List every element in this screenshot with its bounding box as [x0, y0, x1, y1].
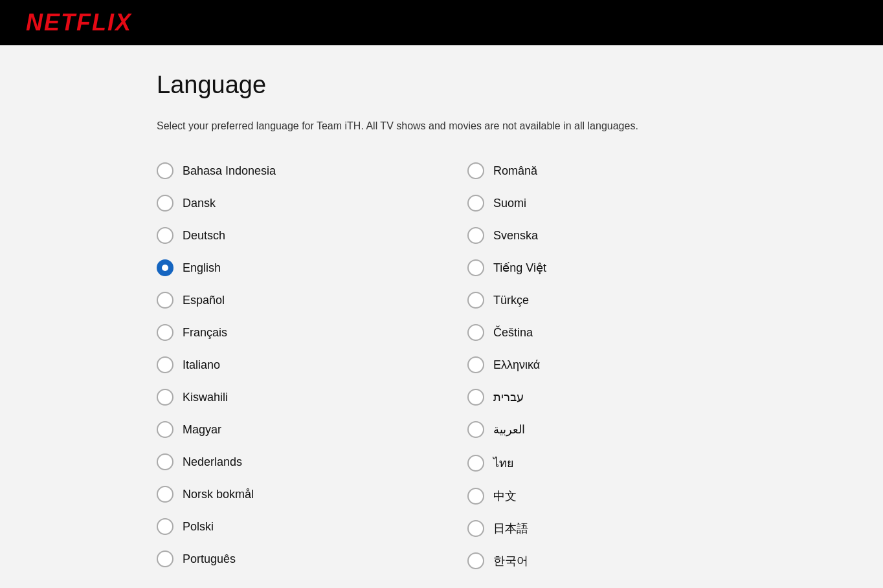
language-label-ivrit: עברית [493, 390, 524, 404]
radio-kiswahili [157, 389, 173, 406]
languages-grid: Bahasa IndonesiaDanskDeutschEnglishEspañ… [157, 155, 726, 577]
language-label-espanol: Español [183, 294, 225, 307]
radio-tieng-viet [467, 259, 484, 276]
language-label-thai: ไทย [493, 453, 514, 472]
language-label-bahasa-indonesia: Bahasa Indonesia [183, 164, 276, 178]
radio-cestina [467, 324, 484, 341]
language-option-norsk-bokmal[interactable]: Norsk bokmål [157, 478, 416, 510]
language-option-arabic[interactable]: العربية [467, 413, 726, 446]
language-option-cestina[interactable]: Čeština [467, 316, 726, 349]
language-label-norsk-bokmal: Norsk bokmål [183, 488, 254, 501]
page-title: Language [157, 71, 726, 99]
language-option-suomi[interactable]: Suomi [467, 187, 726, 219]
language-label-cestina: Čeština [493, 326, 533, 340]
radio-chinese [467, 488, 484, 505]
language-label-deutsch: Deutsch [183, 229, 225, 243]
language-option-bahasa-indonesia[interactable]: Bahasa Indonesia [157, 155, 416, 187]
language-label-english: English [183, 261, 221, 275]
right-column: RomânăSuomiSvenskaTiếng ViệtTürkçeČeštin… [467, 155, 726, 577]
language-label-dansk: Dansk [183, 197, 216, 210]
radio-bahasa-indonesia [157, 162, 173, 179]
language-label-turkce: Türkçe [493, 294, 529, 307]
language-label-chinese: 中文 [493, 488, 517, 504]
language-option-portugues[interactable]: Português [157, 543, 416, 575]
language-label-suomi: Suomi [493, 197, 526, 210]
radio-romana [467, 162, 484, 179]
radio-nederlands [157, 453, 173, 470]
language-option-turkce[interactable]: Türkçe [467, 284, 726, 316]
radio-dansk [157, 195, 173, 212]
radio-arabic [467, 421, 484, 438]
language-option-deutsch[interactable]: Deutsch [157, 219, 416, 252]
language-label-ellinika: Ελληνικά [493, 358, 540, 372]
radio-deutsch [157, 227, 173, 244]
language-option-svenska[interactable]: Svenska [467, 219, 726, 252]
radio-thai [467, 455, 484, 472]
language-label-romana: Română [493, 164, 537, 178]
language-option-kiswahili[interactable]: Kiswahili [157, 381, 416, 413]
language-label-korean: 한국어 [493, 553, 528, 569]
language-option-japanese[interactable]: 日本語 [467, 512, 726, 545]
language-label-nederlands: Nederlands [183, 455, 242, 469]
language-option-dansk[interactable]: Dansk [157, 187, 416, 219]
language-option-romana[interactable]: Română [467, 155, 726, 187]
radio-italiano [157, 356, 173, 373]
language-option-ivrit[interactable]: עברית [467, 381, 726, 413]
language-option-english[interactable]: English [157, 252, 416, 284]
radio-svenska [467, 227, 484, 244]
radio-portugues [157, 550, 173, 567]
language-option-ellinika[interactable]: Ελληνικά [467, 349, 726, 381]
main-content: Language Select your preferred language … [131, 45, 752, 588]
radio-espanol [157, 292, 173, 309]
language-option-chinese[interactable]: 中文 [467, 480, 726, 512]
language-option-polski[interactable]: Polski [157, 510, 416, 543]
radio-english [157, 259, 173, 276]
netflix-logo: NETFLIX [26, 9, 132, 36]
radio-norsk-bokmal [157, 486, 173, 503]
language-option-thai[interactable]: ไทย [467, 446, 726, 480]
language-option-magyar[interactable]: Magyar [157, 413, 416, 446]
language-option-espanol[interactable]: Español [157, 284, 416, 316]
language-option-nederlands[interactable]: Nederlands [157, 446, 416, 478]
radio-ellinika [467, 356, 484, 373]
radio-ivrit [467, 389, 484, 406]
language-option-italiano[interactable]: Italiano [157, 349, 416, 381]
language-label-italiano: Italiano [183, 358, 220, 372]
radio-polski [157, 518, 173, 535]
page-description: Select your preferred language for Team … [157, 118, 726, 134]
left-column: Bahasa IndonesiaDanskDeutschEnglishEspañ… [157, 155, 416, 577]
radio-turkce [467, 292, 484, 309]
radio-suomi [467, 195, 484, 212]
language-label-tieng-viet: Tiếng Việt [493, 261, 546, 275]
radio-korean [467, 552, 484, 569]
radio-magyar [157, 421, 173, 438]
radio-japanese [467, 520, 484, 537]
radio-francais [157, 324, 173, 341]
language-label-arabic: العربية [493, 422, 525, 437]
language-label-portugues: Português [183, 552, 236, 566]
language-label-polski: Polski [183, 520, 214, 534]
language-option-francais[interactable]: Français [157, 316, 416, 349]
language-label-magyar: Magyar [183, 423, 221, 437]
language-label-kiswahili: Kiswahili [183, 391, 228, 404]
language-option-korean[interactable]: 한국어 [467, 545, 726, 577]
header: NETFLIX [0, 0, 883, 45]
language-label-japanese: 日本語 [493, 521, 528, 536]
language-option-tieng-viet[interactable]: Tiếng Việt [467, 252, 726, 284]
language-label-svenska: Svenska [493, 229, 538, 243]
language-label-francais: Français [183, 326, 227, 340]
